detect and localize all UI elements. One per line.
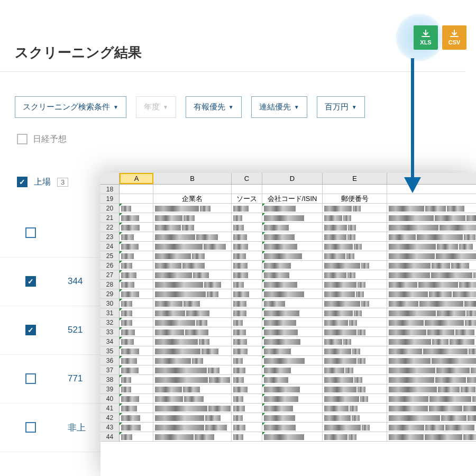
- excel-cell[interactable]: [120, 318, 153, 327]
- excel-cell[interactable]: [387, 308, 476, 317]
- excel-cell[interactable]: [323, 185, 387, 194]
- excel-cell[interactable]: [262, 299, 323, 308]
- excel-cell[interactable]: [120, 223, 153, 232]
- excel-cell[interactable]: [232, 242, 262, 251]
- excel-cell[interactable]: [262, 432, 323, 441]
- excel-cell[interactable]: [153, 327, 232, 336]
- excel-cell[interactable]: [262, 223, 323, 232]
- excel-cell[interactable]: [232, 270, 262, 279]
- excel-cell[interactable]: [120, 337, 153, 346]
- excel-col-A[interactable]: A: [120, 173, 153, 184]
- excel-cell[interactable]: [323, 299, 387, 308]
- excel-row-number[interactable]: 29: [100, 289, 120, 298]
- excel-cell[interactable]: [232, 404, 262, 413]
- export-csv-button[interactable]: CSV: [442, 25, 466, 50]
- excel-cell[interactable]: [120, 413, 153, 422]
- excel-cell[interactable]: [120, 194, 153, 203]
- excel-cell[interactable]: [387, 385, 476, 393]
- excel-cell[interactable]: [153, 213, 232, 222]
- excel-row-number[interactable]: 40: [100, 394, 120, 403]
- excel-row-number[interactable]: 27: [100, 270, 120, 279]
- nikkei-forecast-checkbox[interactable]: [17, 134, 28, 144]
- excel-cell[interactable]: [323, 242, 387, 251]
- excel-cell[interactable]: [323, 356, 387, 365]
- result-checkbox[interactable]: [25, 422, 36, 433]
- excel-col-C[interactable]: C: [232, 173, 262, 184]
- excel-cell[interactable]: [262, 232, 323, 241]
- excel-cell[interactable]: [262, 365, 323, 374]
- excel-row-number[interactable]: 39: [100, 385, 120, 393]
- excel-cell[interactable]: [387, 242, 476, 251]
- excel-cell[interactable]: [323, 327, 387, 336]
- excel-cell[interactable]: [120, 308, 153, 317]
- excel-cell[interactable]: [153, 204, 232, 213]
- excel-row-number[interactable]: 34: [100, 337, 120, 346]
- excel-cell[interactable]: [120, 213, 153, 222]
- excel-cell[interactable]: [387, 232, 476, 241]
- excel-row-number[interactable]: 37: [100, 365, 120, 374]
- result-checkbox[interactable]: [25, 276, 36, 287]
- excel-cell[interactable]: [153, 413, 232, 422]
- excel-cell[interactable]: [262, 261, 323, 270]
- excel-cell[interactable]: [323, 270, 387, 279]
- excel-row-number[interactable]: 42: [100, 413, 120, 422]
- excel-cell[interactable]: [262, 185, 323, 194]
- excel-cell[interactable]: [232, 337, 262, 346]
- excel-cell[interactable]: [120, 365, 153, 374]
- excel-cell[interactable]: [232, 261, 262, 270]
- excel-cell[interactable]: [262, 394, 323, 403]
- excel-cell[interactable]: [387, 185, 476, 194]
- excel-cell[interactable]: [387, 261, 476, 270]
- excel-cell[interactable]: [232, 385, 262, 393]
- excel-header-company[interactable]: 企業名: [153, 194, 232, 203]
- filter-unit[interactable]: 百万円 ▼: [317, 96, 365, 118]
- excel-cell[interactable]: [153, 251, 232, 260]
- excel-cell[interactable]: [387, 337, 476, 346]
- excel-row-number[interactable]: 22: [100, 223, 120, 232]
- excel-cell[interactable]: [153, 356, 232, 365]
- excel-cell[interactable]: [153, 365, 232, 374]
- excel-cell[interactable]: [232, 375, 262, 384]
- excel-row-number[interactable]: 41: [100, 404, 120, 413]
- excel-cell[interactable]: [120, 270, 153, 279]
- excel-cell[interactable]: [262, 213, 323, 222]
- excel-cell[interactable]: [262, 385, 323, 393]
- excel-cell[interactable]: [323, 280, 387, 289]
- excel-cell[interactable]: [120, 280, 153, 289]
- excel-cell[interactable]: [120, 375, 153, 384]
- excel-cell[interactable]: [323, 204, 387, 213]
- filter-conditions[interactable]: スクリーニング検索条件 ▼: [15, 96, 126, 118]
- excel-row-number[interactable]: 43: [100, 423, 120, 432]
- excel-cell[interactable]: [232, 204, 262, 213]
- excel-cell[interactable]: [120, 404, 153, 413]
- excel-row-number[interactable]: 31: [100, 308, 120, 317]
- excel-cell[interactable]: [387, 394, 476, 403]
- excel-cell[interactable]: [120, 185, 153, 194]
- excel-cell[interactable]: [323, 318, 387, 327]
- excel-row-number[interactable]: 33: [100, 327, 120, 336]
- excel-cell[interactable]: [262, 356, 323, 365]
- excel-cell[interactable]: [323, 385, 387, 393]
- excel-row-number[interactable]: 23: [100, 232, 120, 241]
- excel-cell[interactable]: [232, 251, 262, 260]
- filter-year[interactable]: 年度 ▼: [136, 96, 176, 118]
- excel-row-number[interactable]: 32: [100, 318, 120, 327]
- excel-cell[interactable]: [387, 280, 476, 289]
- excel-cell[interactable]: [120, 385, 153, 393]
- excel-cell[interactable]: [153, 385, 232, 393]
- excel-cell[interactable]: [323, 394, 387, 403]
- excel-cell[interactable]: [232, 356, 262, 365]
- excel-col-E[interactable]: E: [323, 173, 387, 184]
- excel-cell[interactable]: [262, 346, 323, 355]
- excel-cell[interactable]: [120, 251, 153, 260]
- excel-cell[interactable]: [323, 223, 387, 232]
- excel-cell[interactable]: [262, 327, 323, 336]
- excel-cell[interactable]: [323, 213, 387, 222]
- excel-cell[interactable]: [120, 346, 153, 355]
- excel-cell[interactable]: [120, 232, 153, 241]
- excel-cell[interactable]: [120, 299, 153, 308]
- excel-cell[interactable]: [387, 432, 476, 441]
- excel-cell[interactable]: [153, 346, 232, 355]
- excel-cell[interactable]: [153, 289, 232, 298]
- result-id[interactable]: 521: [68, 325, 83, 335]
